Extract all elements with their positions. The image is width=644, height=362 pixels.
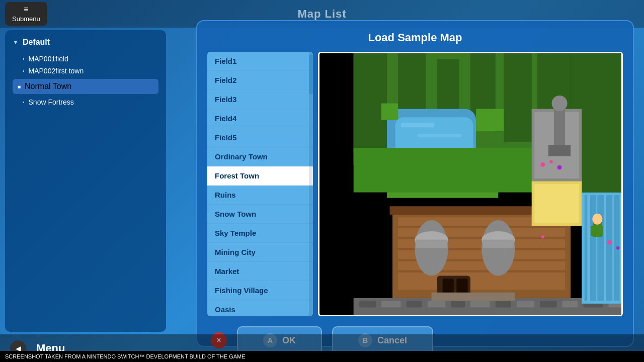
svg-rect-14: [476, 109, 504, 131]
svg-point-64: [557, 165, 562, 169]
svg-rect-44: [562, 301, 578, 307]
dialog-title: Load Sample Map: [207, 31, 623, 44]
sidebar-item-map001[interactable]: MAP001field: [13, 53, 158, 65]
list-item[interactable]: Market: [207, 262, 313, 281]
list-item[interactable]: Ruins: [207, 186, 313, 205]
svg-point-65: [541, 235, 545, 239]
svg-rect-61: [534, 184, 579, 223]
svg-rect-43: [540, 301, 556, 307]
scrollbar-thumb[interactable]: [309, 54, 313, 95]
svg-rect-12: [418, 134, 462, 137]
submenu-label: Submenu: [12, 15, 40, 23]
map-preview-svg: [319, 53, 621, 315]
svg-rect-70: [591, 226, 595, 236]
list-item[interactable]: Snow Town: [207, 205, 313, 224]
list-item[interactable]: Ordinary Town: [207, 147, 313, 166]
svg-rect-13: [381, 104, 398, 120]
svg-point-58: [552, 96, 568, 111]
svg-point-63: [549, 160, 553, 163]
svg-rect-53: [620, 195, 621, 301]
submenu-button[interactable]: ≡ Submenu: [5, 2, 47, 26]
sidebar-item-normaltown[interactable]: Normal Town: [13, 79, 158, 94]
list-item[interactable]: Mining City: [207, 243, 313, 262]
svg-rect-51: [604, 195, 606, 301]
sidebar-group-label: Default: [23, 38, 50, 47]
svg-rect-38: [428, 301, 445, 307]
svg-rect-40: [470, 301, 490, 307]
dialog-content: Field1 Field2 Field3 Field4 Field5 Ordin…: [207, 52, 623, 316]
map-list-container: Field1 Field2 Field3 Field4 Field5 Ordin…: [207, 52, 313, 316]
svg-rect-71: [598, 226, 603, 236]
svg-rect-37: [407, 301, 422, 307]
svg-rect-59: [548, 145, 571, 156]
footer-disclaimer: SCREENSHOT TAKEN FROM A NINTENDO SWITCH™…: [0, 351, 644, 362]
svg-rect-49: [587, 195, 590, 301]
sidebar: ▼ Default MAP001field MAP002first town N…: [5, 30, 166, 332]
svg-rect-72: [432, 293, 515, 301]
sidebar-group-header: ▼ Default: [13, 38, 158, 47]
sidebar-collapse-icon[interactable]: ▼: [13, 39, 19, 46]
svg-point-69: [592, 214, 602, 225]
svg-rect-42: [517, 301, 534, 307]
list-item[interactable]: Oasis: [207, 300, 313, 316]
list-item-selected[interactable]: Forest Town: [207, 166, 313, 186]
svg-rect-52: [612, 195, 614, 301]
map-list[interactable]: Field1 Field2 Field3 Field4 Field5 Ordin…: [207, 52, 313, 316]
svg-rect-30: [482, 240, 514, 248]
svg-rect-11: [401, 123, 434, 127]
list-item[interactable]: Field1: [207, 52, 313, 71]
scrollbar[interactable]: [309, 52, 313, 316]
svg-point-67: [616, 246, 620, 250]
svg-rect-36: [381, 301, 401, 307]
list-item[interactable]: Sky Temple: [207, 224, 313, 243]
svg-rect-2: [354, 53, 387, 153]
app-title: Map List: [297, 8, 346, 21]
svg-point-62: [540, 162, 545, 167]
submenu-icon: ≡: [24, 5, 28, 14]
list-item[interactable]: Field5: [207, 128, 313, 147]
svg-rect-50: [596, 195, 597, 301]
list-item[interactable]: Field2: [207, 71, 313, 90]
svg-rect-6: [504, 53, 531, 142]
sidebar-item-snowfortress[interactable]: Snow Fortress: [13, 96, 158, 108]
svg-point-66: [607, 240, 612, 245]
svg-rect-35: [359, 301, 376, 307]
svg-point-25: [415, 220, 448, 276]
svg-rect-27: [416, 240, 447, 248]
list-item[interactable]: Field3: [207, 90, 313, 109]
svg-point-28: [481, 220, 515, 276]
sidebar-item-map002[interactable]: MAP002first town: [13, 65, 158, 77]
svg-rect-41: [496, 301, 511, 307]
load-sample-map-dialog: Load Sample Map Field1 Field2 Field3 Fie…: [196, 20, 634, 347]
svg-rect-39: [451, 301, 465, 307]
list-item[interactable]: Fishing Village: [207, 281, 313, 300]
list-item[interactable]: Field4: [207, 109, 313, 128]
map-preview-area: [318, 52, 623, 316]
svg-rect-54: [582, 53, 621, 193]
